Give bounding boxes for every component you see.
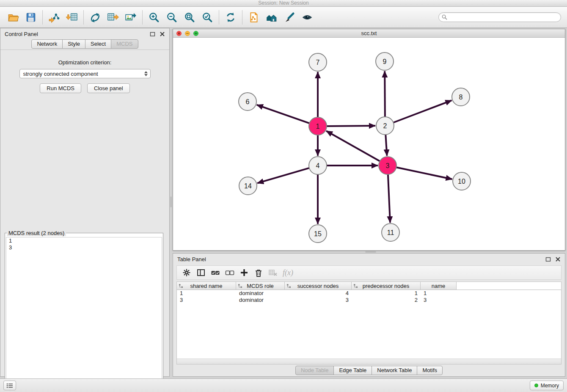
column-header-shared-name[interactable]: shared name [177, 282, 236, 290]
deselect-all-button[interactable] [223, 267, 236, 279]
graph-node-4[interactable]: 4 [309, 157, 327, 174]
trash-icon [254, 268, 263, 277]
gear-icon [182, 268, 191, 277]
column-header-name[interactable]: name [421, 282, 457, 290]
export-table-button[interactable] [104, 9, 122, 26]
graph-node-6[interactable]: 6 [239, 93, 256, 110]
table-row[interactable]: 1 dominator 4 1 1 [177, 290, 561, 297]
toolbar-separator [42, 10, 43, 25]
network-overview-button[interactable] [263, 9, 281, 26]
panel-format-button[interactable] [195, 267, 207, 279]
graph-edge-1-6[interactable] [257, 105, 310, 124]
first-neighbors-button[interactable] [245, 9, 263, 26]
export-image-button[interactable] [122, 9, 140, 26]
graph-node-1[interactable]: 1 [309, 117, 327, 135]
network-canvas[interactable]: 7968124314101511 [173, 38, 565, 250]
select-all-button[interactable] [209, 267, 222, 279]
network-window-titlebar[interactable]: scc.txt [173, 29, 565, 38]
cell-predecessor-nodes[interactable]: 1 [352, 290, 421, 297]
close-panel-button[interactable]: Close panel [87, 83, 130, 93]
vertical-splitter[interactable] [170, 28, 173, 377]
style-painter-button[interactable] [281, 9, 298, 26]
zoom-fit-button[interactable] [181, 9, 198, 26]
share-network-button[interactable] [86, 9, 104, 26]
float-panel-icon[interactable] [150, 31, 155, 37]
graph-edge-3-1[interactable] [326, 131, 380, 161]
cell-name[interactable]: 1 [421, 290, 457, 297]
graph-node-15[interactable]: 15 [309, 225, 327, 243]
graph-node-10[interactable]: 10 [453, 172, 471, 190]
graph-edge-2-3[interactable] [385, 135, 387, 156]
columns-icon [196, 268, 206, 277]
graph-node-2[interactable]: 2 [376, 117, 394, 135]
tab-edge-table[interactable]: Edge Table [333, 366, 372, 375]
tab-network[interactable]: Network [31, 39, 63, 49]
cell-name[interactable]: 3 [421, 297, 457, 304]
toolbar-separator [219, 10, 219, 25]
graph-node-7[interactable]: 7 [309, 53, 327, 71]
delete-table-button[interactable] [267, 267, 279, 279]
zoom-out-button[interactable] [163, 9, 181, 26]
zoom-selected-button[interactable] [198, 9, 216, 26]
graph-node-11[interactable]: 11 [382, 224, 399, 241]
run-mcds-button[interactable]: Run MCDS [40, 83, 81, 93]
criterion-dropdown[interactable]: strongly connected component [19, 69, 151, 78]
table-settings-button[interactable] [180, 267, 193, 279]
search-icon [442, 14, 447, 20]
graph-node-14[interactable]: 14 [239, 177, 257, 195]
delete-row-button[interactable] [252, 267, 265, 279]
tab-select[interactable]: Select [85, 39, 111, 49]
show-details-button[interactable] [298, 9, 316, 26]
memory-button[interactable]: Memory [530, 381, 564, 390]
graph-node-3[interactable]: 3 [379, 157, 396, 174]
float-panel-icon[interactable] [545, 257, 551, 262]
table-panel-title: Table Panel [177, 256, 206, 262]
save-session-button[interactable] [22, 9, 40, 26]
column-header-predecessor-nodes[interactable]: predecessor nodes [352, 282, 421, 290]
eye-icon [301, 11, 313, 23]
cell-successor-nodes[interactable]: 3 [285, 297, 352, 304]
graph-node-9[interactable]: 9 [376, 52, 394, 70]
import-network-button[interactable] [45, 9, 63, 26]
cell-predecessor-nodes[interactable]: 2 [352, 297, 421, 304]
graph-edge-2-8[interactable] [394, 100, 452, 122]
import-table-button[interactable] [63, 9, 81, 26]
apply-layout-button[interactable] [222, 9, 239, 26]
graph-node-8[interactable]: 8 [452, 88, 470, 106]
close-window-icon[interactable] [176, 31, 182, 36]
plus-icon [239, 268, 249, 277]
cell-shared-name[interactable]: 3 [177, 297, 236, 304]
zoom-in-button[interactable] [145, 9, 163, 26]
dropdown-arrows-icon [144, 71, 148, 76]
tab-mcds[interactable]: MCDS [111, 39, 138, 49]
cell-mcds-role[interactable]: dominator [236, 290, 285, 297]
graph-edge-3-10[interactable] [396, 167, 452, 179]
network-graph[interactable]: 7968124314101511 [173, 38, 565, 250]
close-panel-icon[interactable] [555, 257, 561, 262]
cell-shared-name[interactable]: 1 [177, 290, 236, 297]
maximize-window-icon[interactable] [193, 31, 198, 36]
tab-motifs[interactable]: Motifs [417, 366, 443, 375]
show-log-button[interactable] [3, 381, 16, 390]
search-input[interactable] [438, 12, 561, 22]
open-session-button[interactable] [4, 9, 22, 26]
tab-node-table[interactable]: Node Table [295, 366, 334, 375]
mcds-result-list[interactable]: 1 3 [6, 237, 162, 391]
graph-edge-2-9[interactable] [385, 71, 385, 117]
graph-edge-4-14[interactable] [257, 168, 309, 183]
minimize-window-icon[interactable] [185, 31, 190, 36]
table-row[interactable]: 3 dominator 3 2 3 [177, 297, 561, 304]
column-header-mcds-role[interactable]: MCDS role [236, 282, 285, 290]
cell-successor-nodes[interactable]: 4 [285, 290, 352, 297]
cell-mcds-role[interactable]: dominator [236, 297, 285, 304]
column-header-successor-nodes[interactable]: successor nodes [285, 282, 352, 290]
graph-edge-1-2[interactable] [327, 126, 375, 126]
control-panel-header: Control Panel [0, 28, 169, 39]
graph-edge-3-11[interactable] [388, 174, 390, 223]
tab-style[interactable]: Style [62, 39, 85, 49]
close-panel-icon[interactable] [160, 31, 165, 37]
tab-network-table[interactable]: Network Table [372, 366, 417, 375]
add-row-button[interactable] [238, 267, 250, 279]
function-builder-button[interactable]: f(x) [281, 268, 295, 277]
table-horizontal-scrollbar[interactable] [177, 359, 561, 364]
